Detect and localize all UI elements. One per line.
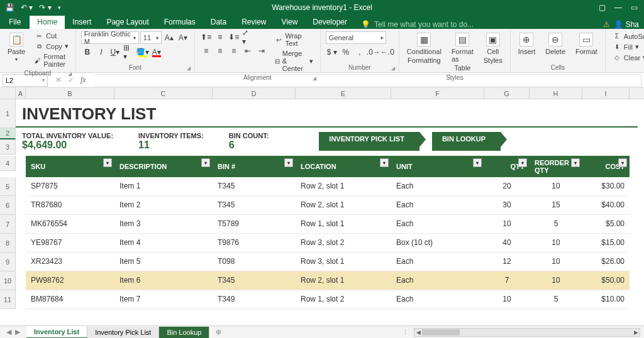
insert-cells-button[interactable]: ⊕Insert xyxy=(516,31,538,57)
font-size-combo[interactable]: 11▾ xyxy=(140,31,162,44)
col-header-c[interactable]: C xyxy=(114,88,213,99)
cell-location[interactable]: Row 1, slot 1 xyxy=(296,215,391,233)
scroll-right-icon[interactable]: ▶ xyxy=(632,329,640,336)
dialog-launcher-icon[interactable]: ◢ xyxy=(187,65,191,71)
clear-button[interactable]: ◇Clear ▾ xyxy=(611,53,644,62)
col-header-e[interactable]: E xyxy=(296,88,391,99)
cut-button[interactable]: ✂Cut xyxy=(33,31,70,40)
dialog-launcher-icon[interactable]: ◢ xyxy=(68,71,72,77)
cell-sku[interactable]: MK676554 xyxy=(26,215,114,233)
row-header[interactable]: 10 xyxy=(0,271,16,290)
cell-unit[interactable]: Box (10 ct) xyxy=(391,234,484,252)
delete-cells-button[interactable]: ⊖Delete xyxy=(543,31,568,57)
cell-sku[interactable]: TR87680 xyxy=(26,196,114,214)
cell-reorder[interactable]: 10 xyxy=(530,234,582,252)
cell-unit[interactable]: Each xyxy=(391,271,484,290)
select-all-corner[interactable] xyxy=(0,88,16,99)
align-top-button[interactable]: ⬆≡ xyxy=(200,31,213,43)
filter-icon[interactable]: ▾ xyxy=(618,158,627,167)
increase-decimal-button[interactable]: .0→ xyxy=(367,46,380,58)
increase-font-button[interactable]: A▴ xyxy=(163,32,175,43)
row-header[interactable]: 1 xyxy=(0,99,16,128)
cell-qty[interactable]: 10 xyxy=(484,215,530,233)
table-row[interactable]: SP7875 Item 1 T345 Row 2, slot 1 Each 20… xyxy=(26,177,630,196)
inventory-pick-list-button[interactable]: INVENTORY PICK LIST xyxy=(319,132,419,151)
cell-location[interactable]: Row 2, slot 1 xyxy=(296,271,391,290)
cell-unit[interactable]: Each xyxy=(391,290,484,308)
cell-bin[interactable]: T5789 xyxy=(213,215,296,233)
cell-qty[interactable]: 10 xyxy=(484,290,530,308)
align-right-button[interactable]: ≡ xyxy=(228,45,240,57)
tab-view[interactable]: View xyxy=(274,16,306,29)
share-button[interactable]: 👤Sha xyxy=(614,20,644,29)
decrease-indent-button[interactable]: ⇤ xyxy=(242,45,254,57)
table-row[interactable]: PW98762 Item 6 T345 Row 2, slot 1 Each 7… xyxy=(26,271,630,290)
col-header-d[interactable]: D xyxy=(213,88,296,99)
row-header[interactable]: 2 xyxy=(0,128,16,139)
filter-icon[interactable]: ▾ xyxy=(103,158,112,167)
orientation-button[interactable]: ⤢ ▾ xyxy=(242,31,254,43)
percent-button[interactable]: % xyxy=(340,46,352,58)
col-header-h[interactable]: H xyxy=(530,88,582,99)
row-header[interactable]: 8 xyxy=(0,234,16,253)
font-color-button[interactable]: A ▾ xyxy=(150,46,163,58)
row-header[interactable]: 9 xyxy=(0,253,16,271)
sheet-tab-bin-lookup[interactable]: Bin Lookup xyxy=(159,327,209,338)
fill-button[interactable]: ⬇Fill ▾ xyxy=(611,42,644,52)
align-middle-button[interactable]: ≡ xyxy=(214,31,226,43)
undo-icon[interactable]: ↶ ▾ xyxy=(21,3,33,12)
dialog-launcher-icon[interactable]: ◢ xyxy=(391,65,395,71)
filter-icon[interactable]: ▾ xyxy=(201,158,210,167)
cell-cost[interactable]: $5.00 xyxy=(582,215,630,233)
align-center-button[interactable]: ≡ xyxy=(214,45,226,57)
cell-unit[interactable]: Each xyxy=(391,196,484,214)
th-qty[interactable]: QTY▾ xyxy=(484,156,530,177)
cell-bin[interactable]: T098 xyxy=(213,253,296,271)
col-header-b[interactable]: B xyxy=(26,88,114,99)
cell-location[interactable]: Row 2, slot 1 xyxy=(296,177,391,195)
copy-button[interactable]: ⧉Copy ▾ xyxy=(33,41,70,51)
cell-qty[interactable]: 40 xyxy=(484,234,530,252)
cell-sku[interactable]: BM87684 xyxy=(26,290,114,308)
filter-icon[interactable]: ▾ xyxy=(380,158,389,167)
cell-qty[interactable]: 7 xyxy=(484,271,530,290)
cell-styles-button[interactable]: ▣CellStyles xyxy=(481,31,505,65)
formula-bar[interactable] xyxy=(94,74,641,87)
cell-qty[interactable]: 30 xyxy=(484,196,530,214)
cell-bin[interactable]: T345 xyxy=(213,271,296,290)
save-icon[interactable]: 💾 xyxy=(5,3,14,12)
tab-insert[interactable]: Insert xyxy=(65,16,99,29)
cell-qty[interactable]: 12 xyxy=(484,253,530,271)
cell-unit[interactable]: Each xyxy=(391,215,484,233)
th-sku[interactable]: SKU▾ xyxy=(26,156,114,177)
cell-bin[interactable]: T345 xyxy=(213,177,296,195)
cell-reorder[interactable]: 5 xyxy=(530,290,582,308)
row-header[interactable]: 4 xyxy=(0,156,16,171)
fx-icon[interactable]: fx xyxy=(80,75,86,85)
number-format-combo[interactable]: General▾ xyxy=(326,31,386,44)
comma-button[interactable]: , xyxy=(353,46,366,58)
cell-cost[interactable]: $40.00 xyxy=(582,196,630,214)
redo-icon[interactable]: ↷ ▾ xyxy=(39,3,51,12)
col-header-i[interactable]: I xyxy=(582,88,630,99)
ribbon-options-icon[interactable]: ▢ xyxy=(599,3,606,12)
col-header-g[interactable]: G xyxy=(484,88,530,99)
cell-bin[interactable]: T9876 xyxy=(213,234,296,252)
table-row[interactable]: BM87684 Item 7 T349 Row 1, slot 2 Each 1… xyxy=(26,290,630,309)
cell-unit[interactable]: Each xyxy=(391,253,484,271)
cell-sku[interactable]: PW98762 xyxy=(26,271,114,290)
fill-color-button[interactable]: 🪣 ▾ xyxy=(136,46,149,58)
th-reorder[interactable]: REORDER QTY▾ xyxy=(530,156,582,177)
th-cost[interactable]: COST▾ xyxy=(582,156,630,177)
tab-file[interactable]: File xyxy=(0,16,30,29)
row-header[interactable]: 7 xyxy=(0,215,16,234)
table-row[interactable]: MK676554 Item 3 T5789 Row 1, slot 1 Each… xyxy=(26,215,630,234)
align-bottom-button[interactable]: ⬇≡ xyxy=(228,31,240,43)
row-header[interactable]: 6 xyxy=(0,196,16,215)
warning-icon[interactable]: ⚠ xyxy=(603,20,614,29)
wrap-text-button[interactable]: ↩Wrap Text xyxy=(273,31,315,48)
cell-cost[interactable]: $10.00 xyxy=(582,290,630,308)
cell-description[interactable]: Item 2 xyxy=(114,196,213,214)
cell-location[interactable]: Row 1, slot 2 xyxy=(296,290,391,308)
table-row[interactable]: TR87680 Item 2 T345 Row 2, slot 1 Each 3… xyxy=(26,196,630,215)
